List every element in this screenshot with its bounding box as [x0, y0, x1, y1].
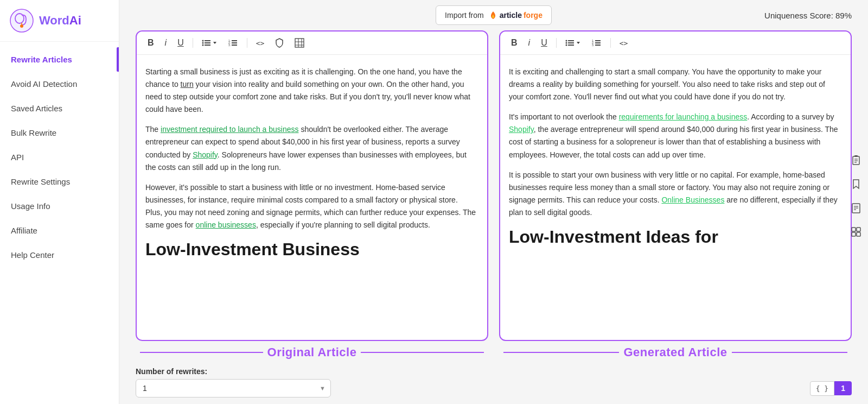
generated-heading-large: Low-Investment Ideas for: [509, 226, 840, 247]
gen-toolbar-separator-1: [556, 38, 557, 48]
svg-rect-26: [568, 45, 574, 46]
svg-rect-28: [595, 40, 601, 41]
right-icon-4[interactable]: [848, 224, 864, 239]
bold-button[interactable]: B: [145, 37, 156, 49]
original-para-3: However, it's possible to start a busine…: [145, 181, 476, 231]
right-icon-1[interactable]: [848, 153, 864, 168]
af-text-forge: forge: [524, 11, 542, 20]
original-label-line-left: [140, 352, 263, 353]
gen-toolbar-separator-2: [610, 38, 611, 48]
generated-toolbar: B i U: [500, 31, 851, 55]
svg-rect-43: [857, 228, 860, 231]
json-badge[interactable]: { }: [810, 381, 834, 396]
grid-icon: [851, 226, 861, 237]
svg-rect-16: [295, 39, 304, 47]
generated-article-label: Generated Article: [623, 345, 727, 359]
right-icon-3[interactable]: [848, 200, 864, 216]
sidebar-item-avoid-ai-detection[interactable]: Avoid AI Detection: [0, 72, 119, 96]
code-button[interactable]: <>: [254, 38, 267, 48]
svg-rect-5: [205, 40, 210, 41]
online-businesses-link-generated[interactable]: Online Businesses: [661, 195, 724, 204]
svg-rect-13: [232, 42, 237, 43]
italic-button[interactable]: i: [163, 37, 169, 49]
topbar: Import from articleforge Uniqueness Scor…: [119, 0, 868, 30]
toolbar-separator-1: [193, 38, 193, 48]
svg-point-25: [565, 45, 567, 46]
svg-text:3.: 3.: [592, 43, 594, 47]
svg-rect-22: [568, 40, 574, 41]
shield-button[interactable]: [273, 37, 286, 49]
svg-rect-30: [595, 42, 601, 43]
original-article-wrapper: B i U: [130, 30, 494, 362]
online-businesses-link-original[interactable]: online businesses: [196, 220, 256, 229]
shopify-link-original[interactable]: Shopify: [193, 150, 218, 159]
generated-label-bar: Generated Article: [499, 341, 852, 362]
original-para-1: Starting a small business is just as exc…: [145, 66, 476, 116]
svg-text:3.: 3.: [228, 43, 231, 47]
svg-point-2: [20, 24, 23, 28]
import-from-articleforge-button[interactable]: Import from articleforge: [436, 5, 552, 25]
generated-para-1: It is exciting and challenging to start …: [509, 66, 840, 103]
gen-ordered-list-button[interactable]: 1. 2. 3.: [590, 38, 604, 48]
svg-point-4: [202, 40, 203, 42]
ordered-list-button[interactable]: 1. 2. 3.: [226, 38, 240, 48]
logo-text: WordAi: [39, 14, 81, 28]
sidebar-item-usage-info[interactable]: Usage Info: [0, 194, 119, 218]
editors-row: B i U: [119, 30, 868, 362]
svg-rect-9: [205, 45, 210, 46]
gen-italic-button[interactable]: i: [526, 37, 533, 49]
sidebar-item-bulk-rewrite[interactable]: Bulk Rewrite: [0, 121, 119, 145]
bullet-list-icon: [202, 39, 212, 47]
wordai-logo-icon: [10, 9, 34, 33]
articleforge-logo: articleforge: [488, 10, 542, 20]
gen-underline-button[interactable]: U: [539, 37, 550, 49]
original-article-content[interactable]: Starting a small business is just as exc…: [137, 55, 487, 340]
logo-area: WordAi: [0, 0, 119, 42]
svg-point-8: [202, 45, 203, 46]
generated-article-content[interactable]: It is exciting and challenging to start …: [500, 55, 851, 340]
bullet-list-button[interactable]: [200, 38, 220, 48]
gen-bold-button[interactable]: B: [509, 37, 520, 49]
gen-ordered-list-icon: 1. 2. 3.: [592, 39, 602, 47]
sidebar: WordAi Rewrite Articles Avoid AI Detecti…: [0, 0, 119, 404]
svg-point-23: [565, 42, 567, 44]
num-badge[interactable]: 1: [834, 381, 852, 395]
shield-icon: [275, 38, 284, 48]
sidebar-item-help-center[interactable]: Help Center: [0, 243, 119, 267]
requirements-link[interactable]: requirements for launching a business: [619, 112, 748, 121]
sidebar-item-saved-articles[interactable]: Saved Articles: [0, 96, 119, 121]
ordered-list-icon: 1. 2. 3.: [228, 39, 238, 47]
bottom-area: Number of rewrites: 1 2 3 5 { } 1: [119, 362, 868, 404]
rewrites-select[interactable]: 1 2 3 5: [136, 379, 331, 397]
right-icon-2[interactable]: [848, 176, 864, 192]
rewrites-label: Number of rewrites:: [136, 367, 852, 376]
original-article-editor: B i U: [136, 30, 488, 341]
gen-code-button[interactable]: <>: [617, 38, 630, 48]
bookmark-icon: [851, 179, 861, 190]
shopify-link-generated[interactable]: Shopify: [509, 125, 534, 134]
toolbar-separator-2: [247, 38, 247, 48]
svg-rect-44: [852, 232, 856, 236]
generated-label-line-right: [732, 352, 847, 353]
original-heading-large: Low-Investment Business: [145, 239, 476, 260]
right-side-icons: [845, 147, 867, 245]
underline-button[interactable]: U: [175, 37, 186, 49]
generated-para-3: It is possible to start your own busines…: [509, 169, 840, 219]
svg-rect-34: [854, 155, 858, 157]
rewrites-select-wrapper: 1 2 3 5: [136, 379, 331, 397]
svg-rect-32: [595, 45, 601, 46]
investment-link[interactable]: investment required to launch a business: [161, 125, 298, 134]
sidebar-item-rewrite-articles[interactable]: Rewrite Articles: [0, 47, 119, 72]
rewrites-row: 1 2 3 5 { } 1: [136, 379, 852, 397]
dropdown-arrow-icon: [212, 40, 218, 46]
table-button[interactable]: [292, 37, 307, 49]
table-icon: [295, 38, 304, 48]
svg-point-0: [10, 9, 33, 32]
sidebar-item-api[interactable]: API: [0, 145, 119, 169]
svg-rect-42: [852, 228, 856, 231]
sidebar-item-affiliate[interactable]: Affiliate: [0, 218, 119, 243]
gen-bullet-list-button[interactable]: [563, 38, 583, 48]
sidebar-item-rewrite-settings[interactable]: Rewrite Settings: [0, 169, 119, 194]
svg-point-6: [202, 42, 203, 44]
svg-rect-45: [857, 232, 860, 236]
